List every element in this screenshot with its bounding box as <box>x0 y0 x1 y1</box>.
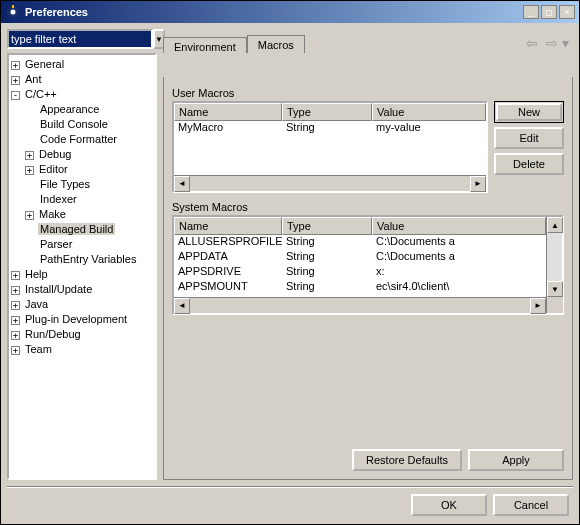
system-macros-label: System Macros <box>172 201 564 213</box>
apply-button[interactable]: Apply <box>468 449 564 471</box>
cell-type: String <box>282 235 372 250</box>
back-icon[interactable]: ⇦ <box>522 35 542 51</box>
restore-defaults-button[interactable]: Restore Defaults <box>352 449 462 471</box>
tree-item[interactable]: Build Console <box>25 117 153 132</box>
tab-environment[interactable]: Environment <box>163 37 247 53</box>
tree-label[interactable]: Debug <box>37 148 73 160</box>
tree-label[interactable]: Ant <box>23 73 44 85</box>
tree-item[interactable]: Appearance <box>25 102 153 117</box>
tree-item[interactable]: +Help <box>11 267 153 282</box>
expand-icon[interactable]: + <box>11 286 20 295</box>
tree-label[interactable]: C/C++ <box>23 88 59 100</box>
tree-item[interactable]: +General <box>11 57 153 72</box>
user-macros-label: User Macros <box>172 87 488 99</box>
tree-label[interactable]: Install/Update <box>23 283 94 295</box>
cell-value: ec\sir4.0\client\ <box>372 280 546 295</box>
expand-icon[interactable]: + <box>11 76 20 85</box>
tree-label[interactable]: Team <box>23 343 54 355</box>
tree-label[interactable]: Make <box>37 208 68 220</box>
tree-item[interactable]: Parser <box>25 237 153 252</box>
tree-label[interactable]: Plug-in Development <box>23 313 129 325</box>
tree-label[interactable]: File Types <box>38 178 92 190</box>
col-type[interactable]: Type <box>282 217 372 235</box>
col-name[interactable]: Name <box>174 217 282 235</box>
scroll-right-icon[interactable]: ► <box>530 298 546 314</box>
maximize-button[interactable]: □ <box>541 5 557 19</box>
scroll-right-icon[interactable]: ► <box>470 176 486 192</box>
filter-input[interactable] <box>7 29 153 49</box>
minimize-button[interactable]: _ <box>523 5 539 19</box>
tree-label[interactable]: Run/Debug <box>23 328 83 340</box>
tree-item[interactable]: +Editor <box>25 162 153 177</box>
expand-icon[interactable]: + <box>11 346 20 355</box>
table-row[interactable]: MyMacroStringmy-value <box>174 121 486 136</box>
table-row[interactable]: ALLUSERSPROFILEStringC:\Documents a <box>174 235 546 250</box>
tree-item[interactable]: PathEntry Variables <box>25 252 153 267</box>
expand-icon[interactable]: + <box>11 316 20 325</box>
system-hscroll[interactable]: ◄ ► <box>174 297 546 313</box>
tree-item[interactable]: Indexer <box>25 192 153 207</box>
new-button[interactable]: New <box>494 101 564 123</box>
tree-label[interactable]: General <box>23 58 66 70</box>
tree-label[interactable]: Java <box>23 298 50 310</box>
titlebar: Preferences _ □ × <box>1 1 579 23</box>
expand-icon[interactable]: + <box>11 301 20 310</box>
cell-value: x: <box>372 265 546 280</box>
tree-label[interactable]: PathEntry Variables <box>38 253 138 265</box>
close-button[interactable]: × <box>559 5 575 19</box>
cancel-button[interactable]: Cancel <box>493 494 569 516</box>
preferences-tree[interactable]: +General+Ant-C/C++AppearanceBuild Consol… <box>7 53 157 480</box>
tree-item[interactable]: -C/C++ <box>11 87 153 102</box>
tree-item[interactable]: Managed Build <box>25 222 153 237</box>
scroll-left-icon[interactable]: ◄ <box>174 298 190 314</box>
expand-icon[interactable]: + <box>11 271 20 280</box>
tree-item[interactable]: +Make <box>25 207 153 222</box>
tree-label[interactable]: Build Console <box>38 118 110 130</box>
app-icon <box>5 4 21 20</box>
col-value[interactable]: Value <box>372 103 486 121</box>
col-value[interactable]: Value <box>372 217 546 235</box>
expand-icon[interactable]: + <box>11 61 20 70</box>
tree-label[interactable]: Indexer <box>38 193 79 205</box>
collapse-icon[interactable]: - <box>11 91 20 100</box>
tree-label[interactable]: Code Formatter <box>38 133 119 145</box>
tree-item[interactable]: +Ant <box>11 72 153 87</box>
cell-name: ALLUSERSPROFILE <box>174 235 282 250</box>
expand-icon[interactable]: + <box>25 211 34 220</box>
tree-label[interactable]: Parser <box>38 238 74 250</box>
tree-item[interactable]: +Team <box>11 342 153 357</box>
tree-label[interactable]: Editor <box>37 163 70 175</box>
system-vscroll[interactable]: ▲ ▼ <box>546 217 562 313</box>
tree-item[interactable]: +Run/Debug <box>11 327 153 342</box>
scroll-left-icon[interactable]: ◄ <box>174 176 190 192</box>
edit-button[interactable]: Edit <box>494 127 564 149</box>
ok-button[interactable]: OK <box>411 494 487 516</box>
table-row[interactable]: APPSDRIVEStringx: <box>174 265 546 280</box>
tree-item[interactable]: +Java <box>11 297 153 312</box>
scroll-up-icon[interactable]: ▲ <box>547 217 563 233</box>
expand-icon[interactable]: + <box>25 151 34 160</box>
user-macros-table[interactable]: Name Type Value MyMacroStringmy-value ◄ … <box>172 101 488 193</box>
col-name[interactable]: Name <box>174 103 282 121</box>
tree-label[interactable]: Managed Build <box>38 223 115 235</box>
scroll-down-icon[interactable]: ▼ <box>547 281 563 297</box>
table-row[interactable]: APPSMOUNTStringec\sir4.0\client\ <box>174 280 546 295</box>
svg-point-1 <box>11 10 16 15</box>
tree-item[interactable]: +Debug <box>25 147 153 162</box>
tree-item[interactable]: Code Formatter <box>25 132 153 147</box>
expand-icon[interactable]: + <box>11 331 20 340</box>
col-type[interactable]: Type <box>282 103 372 121</box>
delete-button[interactable]: Delete <box>494 153 564 175</box>
tree-item[interactable]: +Install/Update <box>11 282 153 297</box>
forward-icon[interactable]: ⇨ ▾ <box>542 35 573 51</box>
tree-label[interactable]: Appearance <box>38 103 101 115</box>
system-macros-table[interactable]: Name Type Value ALLUSERSPROFILEStringC:\… <box>172 215 564 315</box>
table-row[interactable]: APPDATAStringC:\Documents a <box>174 250 546 265</box>
tree-label[interactable]: Help <box>23 268 50 280</box>
cell-name: APPDATA <box>174 250 282 265</box>
tab-macros[interactable]: Macros <box>247 35 305 53</box>
expand-icon[interactable]: + <box>25 166 34 175</box>
tree-item[interactable]: File Types <box>25 177 153 192</box>
tree-item[interactable]: +Plug-in Development <box>11 312 153 327</box>
user-scroll[interactable]: ◄ ► <box>174 175 486 191</box>
